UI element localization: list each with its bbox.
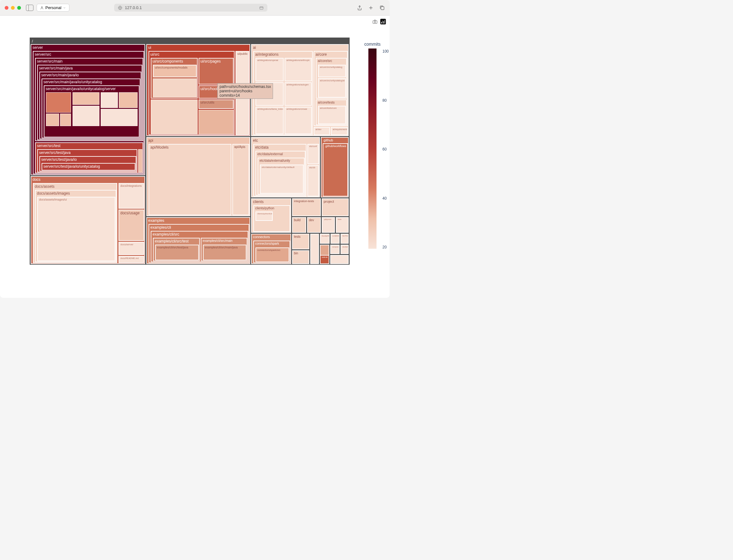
treemap-node[interactable]: server/src/main/java/io/unitycatalog/ser… xyxy=(44,85,140,137)
treemap-leaf[interactable] xyxy=(330,255,349,264)
treemap-leaf[interactable] xyxy=(60,114,71,126)
treemap-node[interactable]: docs/integrations xyxy=(119,183,144,209)
treemap-node[interactable]: server/src/main/java/io server/src/main/… xyxy=(39,72,141,139)
treemap-leaf[interactable]: etc/db xyxy=(308,165,319,196)
treemap-leaf[interactable] xyxy=(101,109,138,126)
treemap-node-docs[interactable]: docs docs/assets docs/assets/images docs… xyxy=(31,176,145,264)
treemap-leaf[interactable]: connectors/spark/src xyxy=(256,247,289,262)
sidebar-toggle-icon[interactable] xyxy=(26,5,33,11)
treemap-node[interactable]: .github/workflows xyxy=(323,143,348,196)
treemap-leaf-buildsbt[interactable]: build.sbt xyxy=(320,255,329,264)
address-bar[interactable]: 127.0.0.1 xyxy=(114,4,267,12)
treemap-leaf[interactable] xyxy=(151,99,198,134)
treemap-leaf[interactable]: ai/integrations/openai xyxy=(256,58,284,81)
treemap-leaf[interactable] xyxy=(119,92,138,108)
treemap-node[interactable]: ai/core ai/core/src ai/core/src/unitycat… xyxy=(314,51,348,126)
treemap-leaf[interactable] xyxy=(73,106,99,126)
treemap-leaf[interactable] xyxy=(310,234,319,264)
treemap-node[interactable]: ai/core/tests ai/core/tests/core xyxy=(316,99,347,125)
treemap-node[interactable]: docs/assets docs/assets/images docs/asse… xyxy=(33,183,117,263)
treemap-node[interactable]: ui/src/pages xyxy=(199,58,234,84)
treemap-node[interactable]: api/Apis xyxy=(232,144,249,215)
treemap-leaf[interactable]: ai/integrations/llama_index xyxy=(256,107,284,134)
treemap-node[interactable]: docs/server xyxy=(119,242,144,255)
treemap-leaf[interactable]: ai/core/tests/core xyxy=(318,106,346,124)
treemap-node[interactable]: etc/data/external/unity etc/data/externa… xyxy=(258,158,305,195)
treemap-leaf[interactable]: clients/python/build xyxy=(256,211,273,221)
treemap-node-server-src-test[interactable]: server/src/test server/src/test/java ser… xyxy=(35,142,143,173)
treemap-node-examples[interactable]: examples examples/cli examples/cli/src e… xyxy=(146,217,250,264)
treemap-node[interactable]: ui/src/components ui/src/components/moda… xyxy=(151,58,198,99)
close-window-button[interactable] xyxy=(5,6,8,10)
treemap-leaf[interactable]: ai/integrations/autogen xyxy=(285,82,312,106)
treemap-leaf[interactable]: etc/conf xyxy=(308,144,319,164)
treemap-leaf[interactable]: ai/core/src/unitycatalog/ai xyxy=(318,78,346,98)
treemap-leaf-data[interactable]: data xyxy=(336,217,349,233)
treemap-node[interactable]: examples/cli/src/test examples/cli/src/t… xyxy=(153,238,200,261)
treemap-node-dev[interactable]: dev xyxy=(307,217,321,233)
treemap-leaf-notice[interactable]: NOTICE xyxy=(341,234,349,244)
treemap-leaf[interactable]: examples/cli/src/main/java xyxy=(203,245,247,260)
treemap-node[interactable]: etc/data etc/data/external etc/data/exte… xyxy=(253,144,307,196)
treemap-node-integration-tests[interactable]: integration-tests xyxy=(292,198,321,216)
treemap-node-connectors[interactable]: connectors connectors/spark connectors/s… xyxy=(251,234,291,264)
treemap-node-clients[interactable]: clients clients/python clients/python/bu… xyxy=(251,198,291,233)
tabs-icon[interactable] xyxy=(379,5,385,11)
treemap-node[interactable]: docs/usage xyxy=(119,210,144,241)
treemap-leaf[interactable]: ai/integrations/anthropic xyxy=(285,58,312,81)
treemap-node-project[interactable]: project xyxy=(322,198,349,216)
treemap-node-github[interactable]: .github .github/workflows xyxy=(321,137,349,197)
treemap-leaf[interactable]: ai/integrations/crewai xyxy=(285,107,312,134)
treemap-leaf-docker[interactable]: docker xyxy=(341,245,349,254)
treemap-node[interactable]: etc/data/external etc/data/external/unit… xyxy=(256,151,306,196)
treemap-leaf[interactable] xyxy=(153,79,197,97)
treemap-node[interactable]: server/src/main/java/io/unitycatalog ser… xyxy=(42,79,140,138)
share-icon[interactable] xyxy=(357,5,363,11)
new-tab-icon[interactable] xyxy=(368,5,374,11)
plotly-logo-icon[interactable] xyxy=(380,19,386,24)
maximize-window-button[interactable] xyxy=(17,6,21,10)
treemap-node-server[interactable]: server server/src server/src/main server… xyxy=(31,44,145,175)
treemap-leaf[interactable] xyxy=(46,114,59,126)
treemap-leaf[interactable]: examples/cli/src/test/java xyxy=(155,245,199,260)
treemap-node[interactable]: server/src/test/java/io server/src/test/… xyxy=(39,156,136,171)
treemap-leaf-dockerfile[interactable]: Dockerfile xyxy=(320,234,330,244)
treemap-leaf[interactable] xyxy=(199,110,234,134)
treemap-leaf[interactable]: ai/core/src/unitycatalog xyxy=(318,65,346,77)
treemap-node[interactable]: etc/data/external/unity/default xyxy=(260,165,304,194)
treemap-node[interactable]: ai/core/src ai/core/src/unitycatalog ai/… xyxy=(316,58,347,99)
treemap-leaf[interactable] xyxy=(138,149,142,172)
treemap-leaf[interactable]: ai/dev xyxy=(314,127,330,135)
treemap-leaf-gitignore[interactable]: .gitignore xyxy=(322,217,335,233)
treemap-root-label[interactable]: / xyxy=(31,38,349,44)
treemap-node-build[interactable]: build xyxy=(292,217,306,233)
treemap-leaf-license[interactable]: LICENSE xyxy=(331,234,340,244)
treemap-node[interactable]: examples/cli/src/main examples/cli/src/m… xyxy=(201,238,247,261)
treemap-leaf[interactable]: ui/src/components/modals xyxy=(153,65,197,77)
treemap-node-server-src[interactable]: server/src server/src/main server/src/ma… xyxy=(33,51,144,174)
treemap-node[interactable]: server/src/test/java server/src/test/jav… xyxy=(37,149,137,172)
treemap-node-api[interactable]: api api/Models api/Apis xyxy=(146,137,250,216)
treemap-node[interactable]: server/src/test/java/io/unitycatalog xyxy=(42,163,135,171)
treemap-node[interactable]: clients/python clients/python/build xyxy=(253,205,290,232)
treemap-node[interactable]: examples/cli/src examples/cli/src/test e… xyxy=(151,231,248,262)
treemap-chart[interactable]: / server server/src server/src/main serv… xyxy=(30,38,350,265)
treemap-leaf[interactable] xyxy=(46,92,71,113)
treemap-node[interactable]: examples/cli examples/cli/src examples/c… xyxy=(149,224,249,263)
treemap-node[interactable]: docs/assets/images docs/assets/images/ui xyxy=(35,190,116,262)
treemap-node-tests[interactable]: tests xyxy=(292,234,309,249)
profile-dropdown[interactable]: Personal xyxy=(37,4,69,12)
treemap-leaf[interactable] xyxy=(73,92,99,105)
treemap-node[interactable]: docs/README.md xyxy=(119,256,144,263)
minimize-window-button[interactable] xyxy=(11,6,15,10)
camera-icon[interactable] xyxy=(372,19,378,24)
treemap-leaf[interactable]: ai/requirements xyxy=(331,127,348,135)
treemap-node-etc[interactable]: etc etc/data etc/data/external etc/data/… xyxy=(251,137,320,197)
treemap-node[interactable]: server/src/main/java server/src/main/jav… xyxy=(37,65,142,140)
treemap-node-server-src-main[interactable]: server/src/main server/src/main/java ser… xyxy=(35,58,143,141)
treemap-node[interactable]: api/Models xyxy=(149,144,232,215)
treemap-leaf[interactable] xyxy=(101,92,118,108)
treemap-node[interactable]: ui/src/utils xyxy=(199,99,234,109)
treemap-node[interactable]: connectors/spark connectors/spark/src xyxy=(253,241,290,263)
treemap-node[interactable]: docs/assets/images/ui xyxy=(37,197,115,261)
